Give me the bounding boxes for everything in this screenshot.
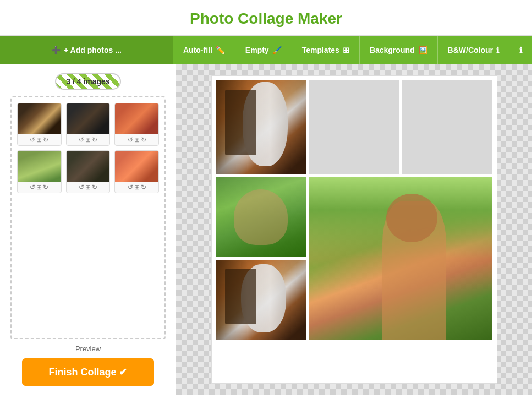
list-item[interactable]: ↺ ⊞ ↻ [66, 150, 111, 193]
thumbnail-container: ↺ ⊞ ↻ ↺ ⊞ ↻ [10, 96, 166, 339]
crop-icon[interactable]: ⊞ [134, 136, 140, 144]
crop-icon[interactable]: ⊞ [134, 183, 140, 191]
rotate-right-icon[interactable]: ↻ [43, 136, 48, 144]
image-count-bar: 3 / 4 images [55, 73, 120, 90]
thumb-controls: ↺ ⊞ ↻ [30, 134, 48, 145]
list-item[interactable]: ↺ ⊞ ↻ [66, 103, 111, 146]
templates-button[interactable]: Templates ⊞ [292, 36, 360, 64]
background-label: Background [370, 46, 415, 54]
collage-cell-girl-sunglasses[interactable] [216, 177, 306, 257]
list-item[interactable]: ↺ ⊞ ↻ [17, 150, 62, 193]
collage-area [176, 64, 532, 395]
list-item[interactable]: ↺ ⊞ ↻ [114, 103, 159, 146]
grid-icon: ⊞ [343, 46, 349, 54]
rotate-left-icon[interactable]: ↺ [79, 136, 84, 144]
left-panel: 3 / 4 images ↺ ⊞ ↻ [0, 64, 176, 395]
collage-cell-empty-1[interactable] [309, 80, 399, 174]
rotate-left-icon[interactable]: ↺ [79, 183, 84, 191]
info-icon: ℹ [519, 46, 522, 54]
thumb-controls: ↺ ⊞ ↻ [79, 182, 97, 193]
rotate-left-icon[interactable]: ↺ [30, 183, 35, 191]
collage-cell-halloween-1[interactable] [216, 80, 306, 174]
autofill-button[interactable]: Auto-fill ✏️ [173, 36, 235, 64]
thumbnail-image [114, 151, 159, 182]
add-photos-button[interactable]: ➕ + Add photos ... [0, 36, 173, 64]
thumb-controls: ↺ ⊞ ↻ [79, 134, 97, 145]
image-count-text: 3 / 4 images [66, 77, 109, 86]
thumb-controls: ↺ ⊞ ↻ [128, 182, 146, 193]
autofill-label: Auto-fill [183, 46, 212, 54]
crop-icon[interactable]: ⊞ [85, 136, 91, 144]
thumb-controls: ↺ ⊞ ↻ [30, 182, 48, 193]
main-area: 3 / 4 images ↺ ⊞ ↻ [0, 64, 532, 395]
bw-colour-label: B&W/Colour [448, 46, 493, 54]
crop-icon[interactable]: ⊞ [85, 183, 91, 191]
templates-label: Templates [302, 46, 339, 54]
empty-button[interactable]: Empty 🖌️ [235, 36, 292, 64]
app-title: Photo Collage Maker [0, 10, 532, 28]
rotate-left-icon[interactable]: ↺ [30, 136, 35, 144]
rotate-right-icon[interactable]: ↻ [92, 183, 97, 191]
crop-icon[interactable]: ⊞ [36, 136, 42, 144]
preview-link[interactable]: Preview [75, 345, 101, 353]
autofill-icon: ✏️ [216, 46, 225, 54]
thumbnail-image [66, 151, 111, 182]
rotate-left-icon[interactable]: ↺ [128, 183, 133, 191]
empty-icon: 🖌️ [272, 46, 282, 54]
plus-icon: ➕ [51, 46, 61, 54]
thumbnail-image [17, 103, 62, 134]
list-item[interactable]: ↺ ⊞ ↻ [114, 150, 159, 193]
rotate-left-icon[interactable]: ↺ [128, 136, 133, 144]
rotate-right-icon[interactable]: ↻ [92, 136, 97, 144]
toolbar: ➕ + Add photos ... Auto-fill ✏️ Empty 🖌️… [0, 36, 532, 64]
info-circle-icon: ℹ [496, 46, 499, 54]
collage-canvas [211, 75, 497, 384]
crop-icon[interactable]: ⊞ [36, 183, 42, 191]
image-icon: 🖼️ [418, 46, 427, 54]
collage-cell-field-large[interactable] [309, 177, 492, 340]
thumb-controls: ↺ ⊞ ↻ [128, 134, 146, 145]
info-button[interactable]: ℹ [509, 36, 532, 64]
thumbnail-image [114, 103, 159, 134]
rotate-right-icon[interactable]: ↻ [141, 136, 146, 144]
collage-cell-empty-2[interactable] [402, 80, 492, 174]
thumbnail-image [66, 103, 111, 134]
rotate-right-icon[interactable]: ↻ [141, 183, 146, 191]
empty-label: Empty [245, 46, 269, 54]
app-header: Photo Collage Maker [0, 0, 532, 36]
background-button[interactable]: Background 🖼️ [360, 36, 438, 64]
rotate-right-icon[interactable]: ↻ [43, 183, 48, 191]
collage-cell-halloween-2[interactable] [216, 260, 306, 340]
add-photos-label: + Add photos ... [64, 46, 122, 54]
thumbnail-image [17, 151, 62, 182]
thumbnail-grid: ↺ ⊞ ↻ ↺ ⊞ ↻ [17, 103, 159, 193]
list-item[interactable]: ↺ ⊞ ↻ [17, 103, 62, 146]
finish-collage-button[interactable]: Finish Collage ✔ [22, 358, 154, 386]
bw-colour-button[interactable]: B&W/Colour ℹ [438, 36, 509, 64]
